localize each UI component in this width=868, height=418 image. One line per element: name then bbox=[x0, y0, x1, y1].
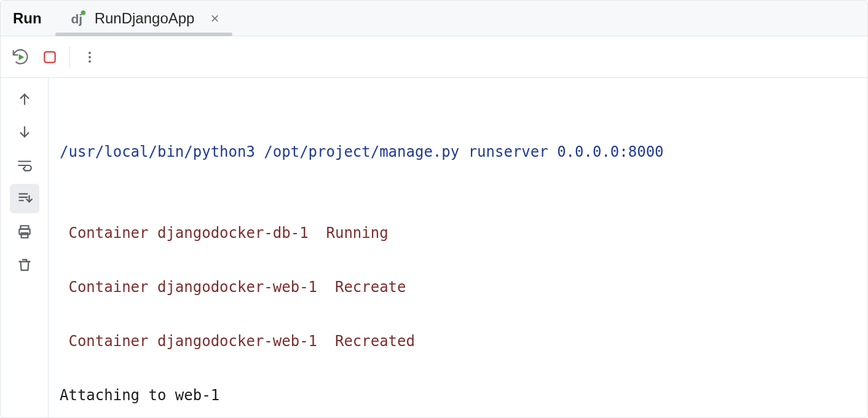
toolbar-separator bbox=[69, 47, 70, 68]
console-line: Container djangodocker-web-1 Recreate bbox=[60, 274, 856, 301]
run-config-tab[interactable]: dj RunDjangoApp × bbox=[55, 1, 233, 36]
up-stacktrace-button[interactable] bbox=[10, 84, 39, 114]
stop-button[interactable] bbox=[35, 42, 65, 72]
run-config-tab-label: RunDjangoApp bbox=[95, 10, 195, 27]
console-line: Attaching to web-1 bbox=[60, 382, 856, 409]
soft-wrap-button[interactable] bbox=[10, 151, 39, 180]
run-toolbar bbox=[1, 36, 867, 78]
run-toolwindow-header: Run dj RunDjangoApp × bbox=[1, 1, 867, 36]
more-actions-button[interactable] bbox=[75, 42, 105, 72]
rerun-button[interactable] bbox=[6, 42, 35, 72]
svg-point-4 bbox=[89, 52, 91, 54]
console-line: Container djangodocker-db-1 Running bbox=[60, 219, 856, 246]
svg-point-5 bbox=[89, 56, 91, 58]
svg-point-6 bbox=[89, 60, 91, 63]
print-button[interactable] bbox=[10, 217, 39, 246]
toolwindow-title: Run bbox=[1, 1, 55, 36]
close-icon[interactable]: × bbox=[208, 10, 221, 27]
console-line: Container djangodocker-web-1 Recreated bbox=[60, 328, 856, 355]
run-content: /usr/local/bin/python3 /opt/project/mana… bbox=[1, 78, 867, 417]
svg-marker-2 bbox=[19, 54, 25, 60]
console-output[interactable]: /usr/local/bin/python3 /opt/project/mana… bbox=[49, 78, 867, 417]
svg-point-1 bbox=[81, 10, 85, 14]
console-gutter bbox=[1, 78, 49, 417]
clear-all-button[interactable] bbox=[10, 250, 39, 280]
console-command-line: /usr/local/bin/python3 /opt/project/mana… bbox=[60, 138, 856, 165]
svg-text:dj: dj bbox=[71, 12, 82, 26]
svg-rect-3 bbox=[44, 52, 55, 62]
django-icon: dj bbox=[69, 10, 86, 27]
down-stacktrace-button[interactable] bbox=[10, 117, 39, 147]
scroll-to-end-button[interactable] bbox=[10, 184, 39, 213]
